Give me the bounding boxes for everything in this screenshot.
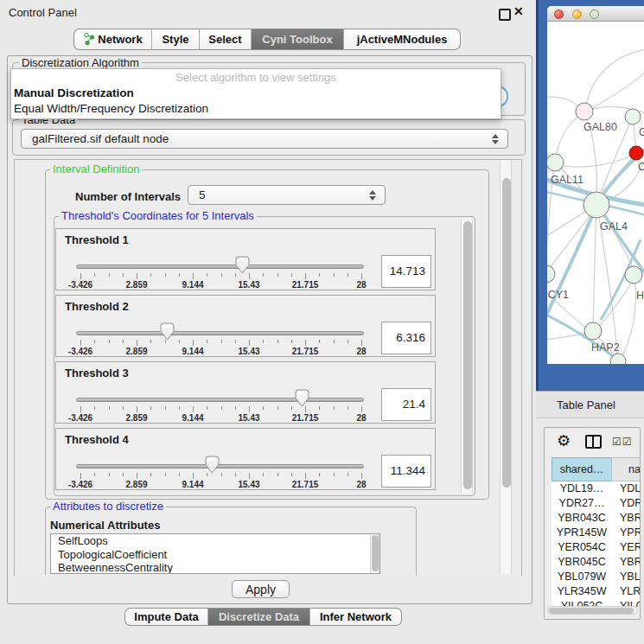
- settings-scrollbar[interactable]: [500, 161, 512, 574]
- close-light-icon[interactable]: [554, 10, 564, 19]
- slider-tick-label: 28: [335, 280, 387, 290]
- thresholds-scrollbar[interactable]: [461, 219, 473, 494]
- slider-tick: [249, 473, 250, 479]
- slider-tick: [277, 406, 278, 410]
- slider-tick: [235, 406, 236, 410]
- tab-style[interactable]: Style: [151, 29, 199, 50]
- minimize-light-icon[interactable]: [572, 10, 582, 19]
- thresholds-scrollbar-thumb[interactable]: [463, 221, 472, 489]
- panel-title: Control Panel: [9, 6, 77, 19]
- slider-thumb[interactable]: [235, 256, 250, 274]
- slider-track[interactable]: [76, 464, 364, 469]
- table-column-header[interactable]: na: [611, 457, 641, 481]
- slider-tick: [319, 406, 320, 410]
- slider-tick: [150, 406, 151, 410]
- algorithm-option[interactable]: Manual Discretization: [11, 86, 501, 101]
- apply-button[interactable]: Apply: [232, 580, 290, 598]
- slider-tick: [334, 273, 335, 277]
- gear-icon[interactable]: ⚙: [557, 433, 571, 449]
- slider-tick: [193, 273, 194, 279]
- split-panel-icon[interactable]: [585, 435, 602, 449]
- attributes-scrollbar[interactable]: [370, 534, 379, 573]
- table-row[interactable]: YER054CYER0: [552, 540, 641, 555]
- threshold-value-field[interactable]: 11.344: [381, 455, 431, 488]
- attribute-list-item[interactable]: SelfLoops: [51, 534, 379, 548]
- table-row[interactable]: YBR045CYBR0: [552, 555, 641, 570]
- slider-track[interactable]: [76, 331, 364, 335]
- slider-tick: [137, 473, 137, 479]
- slider-tick: [291, 340, 292, 343]
- slider-track[interactable]: [76, 265, 364, 269]
- tab-infer-network[interactable]: Infer Network: [309, 608, 402, 626]
- slider-tick-label: 9.144: [167, 413, 219, 423]
- slider-track[interactable]: [76, 398, 364, 402]
- network-node[interactable]: [625, 109, 641, 124]
- attribute-list-item[interactable]: TopologicalCoefficient: [51, 548, 379, 562]
- tab-network[interactable]: Network: [73, 29, 151, 50]
- attribute-list-item[interactable]: BetweennessCentrality: [51, 561, 379, 574]
- slider-thumb[interactable]: [160, 322, 175, 341]
- tab-select[interactable]: Select: [199, 29, 251, 50]
- table-row[interactable]: YBR043CYBR0: [552, 511, 641, 526]
- tab-discretize-data[interactable]: Discretize Data: [207, 608, 309, 626]
- table-data-combobox[interactable]: galFiltered.sif default node: [21, 129, 508, 149]
- threshold-value-field[interactable]: 6.316: [381, 322, 431, 354]
- slider-tick: [263, 406, 264, 410]
- network-edge[interactable]: [596, 277, 634, 330]
- slider-tick-label: -3.426: [54, 280, 106, 290]
- number-of-intervals-combobox[interactable]: 5: [188, 185, 386, 205]
- slider-tick: [165, 473, 166, 476]
- slider-tick-label: 9.144: [167, 480, 219, 489]
- network-edge[interactable]: [620, 277, 635, 360]
- slider-thumb[interactable]: [205, 456, 220, 474]
- network-node[interactable]: [583, 192, 609, 218]
- close-panel-icon[interactable]: ✕: [513, 4, 524, 18]
- network-canvas[interactable]: GAL80GCGAL11GAL4GCY1HHAP2: [547, 22, 644, 364]
- slider-tick-label: 2.859: [111, 347, 163, 356]
- tab-impute-data[interactable]: Impute Data: [124, 608, 207, 626]
- network-node[interactable]: [576, 103, 593, 120]
- tab-jactivemnodules[interactable]: jActiveMNodules: [343, 29, 461, 50]
- algorithm-placeholder: Select algorithm to view settings: [11, 69, 501, 86]
- network-edge[interactable]: [555, 112, 583, 162]
- slider-tick: [123, 273, 124, 277]
- network-node[interactable]: [625, 266, 642, 284]
- settings-scrollbar-thumb[interactable]: [502, 178, 511, 488]
- threshold-value-field[interactable]: 14.713: [381, 255, 431, 288]
- network-node[interactable]: [584, 322, 602, 340]
- threshold-value-field[interactable]: 21.4: [381, 388, 431, 421]
- slider-tick: [150, 273, 151, 277]
- table-cell: YER054C: [552, 540, 612, 555]
- table-cell: YER0: [620, 540, 641, 555]
- network-node[interactable]: [547, 154, 564, 171]
- attributes-scrollbar-thumb[interactable]: [372, 535, 379, 571]
- checkbox-icon[interactable]: ☑☑: [612, 436, 633, 448]
- number-of-intervals-label: Number of Intervals: [75, 190, 181, 203]
- table-cell: YDR27…: [552, 496, 612, 511]
- network-edge[interactable]: [593, 207, 596, 330]
- float-panel-icon[interactable]: [499, 9, 511, 21]
- slider-tick: [109, 273, 110, 277]
- table-row[interactable]: YDL19…YDL1: [552, 481, 641, 496]
- network-node[interactable]: [547, 265, 555, 283]
- table-row[interactable]: YBL079WYBL0: [552, 570, 641, 584]
- table-column-header[interactable]: shared…: [552, 457, 612, 481]
- table-cell: YBR043C: [552, 511, 612, 526]
- combo-arrows-icon: [492, 133, 500, 145]
- tab-cyni-toolbox[interactable]: Cyni Toolbox: [251, 29, 343, 50]
- network-window-titlebar[interactable]: [547, 6, 644, 22]
- slider-tick: [263, 340, 264, 343]
- slider-tick: [249, 406, 250, 412]
- slider-tick: [235, 340, 236, 343]
- table-cell: YPR145W: [552, 526, 612, 540]
- table-row[interactable]: YDR27…YDR2: [552, 496, 641, 511]
- table-row[interactable]: YLR345WYLR3: [552, 584, 641, 599]
- slider-tick: [319, 340, 320, 343]
- algorithm-option[interactable]: Equal Width/Frequency Discretization: [11, 101, 501, 117]
- zoom-light-icon[interactable]: [590, 10, 599, 19]
- table-row[interactable]: YPR145WYPR1: [552, 526, 641, 540]
- network-edge[interactable]: [587, 72, 644, 112]
- slider-thumb[interactable]: [295, 389, 309, 407]
- table-hscrollbar-thumb[interactable]: [549, 608, 634, 614]
- network-node-selected[interactable]: [629, 146, 643, 160]
